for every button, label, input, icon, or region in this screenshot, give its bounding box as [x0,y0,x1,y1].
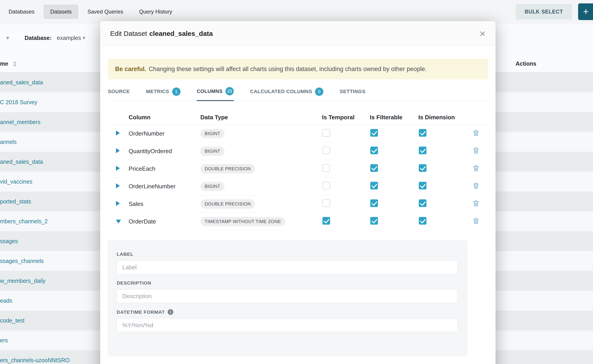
dataset-name-link[interactable]: vid_vaccines [0,178,32,185]
tab-settings-label: SETTINGS [340,89,365,95]
tab-columns[interactable]: COLUMNS 25 [197,87,234,101]
label-field-label: LABEL [117,252,468,257]
column-row: QuantityOrdered BIGINT [108,143,488,160]
tab-source[interactable]: SOURCE [108,87,130,101]
dataset-name-link[interactable]: mbers_channels_2 [0,218,48,225]
label-input[interactable] [117,260,458,274]
is-temporal-checkbox[interactable] [323,217,330,225]
tab-columns-label: COLUMNS [197,88,223,94]
is-filterable-checkbox[interactable] [370,199,378,207]
metrics-count-badge: 1 [172,87,180,96]
edit-dataset-modal: Edit Datasetcleaned_sales_data × Be care… [100,21,495,364]
column-name: QuantityOrdered [129,148,200,155]
database-filter-label: Database: [25,35,52,41]
nav-tab-datasets[interactable]: Datasets [44,5,79,19]
is-temporal-checkbox[interactable] [323,164,330,172]
tab-metrics[interactable]: METRICS 1 [146,87,180,101]
close-icon[interactable]: × [480,28,486,39]
dataset-name-link[interactable]: ers_channels-uzooNNtSRO [0,357,70,364]
is-temporal-checkbox[interactable] [323,182,330,189]
description-field: DESCRIPTION [117,280,468,303]
description-input[interactable] [117,289,458,303]
data-type-pill: TIMESTAMP WITHOUT TIME ZONE [200,217,285,226]
nav-tab-saved-queries[interactable]: Saved Queries [80,5,130,19]
is-filterable-checkbox[interactable] [370,147,378,154]
dataset-name-link[interactable]: C 2018 Survey [0,99,37,105]
expand-caret-icon[interactable] [116,148,120,153]
is-filterable-checkbox[interactable] [370,164,378,172]
dataset-name-link[interactable]: code_test [0,317,24,324]
columns-table-header: Column Data Type Is Temporal Is Filterab… [108,110,488,125]
is-temporal-checkbox[interactable] [323,129,330,137]
column-row: Sales DOUBLE PRECISION [108,195,488,213]
delete-column-icon[interactable] [473,200,479,207]
expand-caret-icon[interactable] [116,130,120,136]
delete-column-icon[interactable] [473,147,479,154]
info-icon: i [168,309,173,315]
is-dimension-checkbox[interactable] [419,164,427,172]
expand-caret-icon[interactable] [116,201,120,206]
expand-caret-icon[interactable] [116,183,120,188]
delete-column-icon[interactable] [473,130,479,136]
dataset-name-link[interactable]: annels [0,139,17,145]
tab-calculated-columns-label: CALCULATED COLUMNS [250,89,312,95]
database-dropdown-caret-icon[interactable]: ▾ [83,35,85,41]
dataset-name-link[interactable]: aned_sales_data [0,159,43,165]
expand-caret-icon[interactable] [116,220,121,223]
header-column: Column [129,114,200,121]
dataset-name-link[interactable]: ssages_channels [0,258,44,264]
tab-settings[interactable]: SETTINGS [340,87,365,101]
modal-header: Edit Datasetcleaned_sales_data × [100,21,495,46]
is-dimension-checkbox[interactable] [419,182,427,189]
bulk-select-button[interactable]: BULK SELECT [516,4,572,20]
add-dataset-button[interactable]: + [578,3,593,20]
dataset-name-link[interactable]: ported_stats [0,198,31,205]
column-row: OrderNumber BIGINT [108,125,488,143]
warning-banner: Be careful. Changing these settings will… [108,59,488,79]
expand-caret-icon[interactable] [116,166,120,171]
label-field: LABEL [117,252,468,274]
nav-tab-databases[interactable]: Databases [2,5,41,19]
is-filterable-checkbox[interactable] [370,217,378,225]
datetime-format-field-label: DATETIME FORMAT [117,309,165,315]
delete-column-icon[interactable] [473,165,479,172]
columns-count-badge: 25 [225,87,234,95]
dataset-name-link[interactable]: ers [0,337,8,344]
column-name: OrderDate [129,218,200,225]
header-data-type: Data Type [200,114,322,121]
dataset-name-link[interactable]: eads [0,298,12,304]
column-name: OrderNumber [129,130,200,137]
dataset-name-link[interactable]: aned_sales_data [0,79,43,86]
actions-column-header: Actions [516,60,536,67]
is-temporal-checkbox[interactable] [323,147,330,154]
modal-title-prefix: Edit Dataset [110,30,147,37]
tab-source-label: SOURCE [108,89,130,95]
is-filterable-checkbox[interactable] [370,129,378,137]
delete-column-icon[interactable] [473,217,479,224]
header-is-temporal: Is Temporal [322,114,370,121]
sort-icon[interactable] [13,61,17,66]
dataset-name-link[interactable]: ssages [0,238,18,244]
column-row: OrderLineNumber BIGINT [108,178,488,195]
column-name: Sales [129,201,200,208]
is-dimension-checkbox[interactable] [419,129,427,137]
datetime-format-input[interactable] [117,318,458,332]
data-type-pill: BIGINT [200,182,224,191]
dataset-name-link[interactable]: annel_members [0,119,40,125]
tab-calculated-columns[interactable]: CALCULATED COLUMNS 0 [250,87,323,101]
collapse-caret-icon[interactable]: ▾ [6,35,9,41]
tab-metrics-label: METRICS [146,89,169,95]
dataset-name-link[interactable]: w_members_daily [0,278,45,284]
database-filter-value[interactable]: examples [57,35,81,41]
data-type-pill: BIGINT [200,147,224,156]
name-column-header[interactable]: me [0,60,8,67]
top-navigation: Databases Datasets Saved Queries Query H… [0,0,593,23]
is-dimension-checkbox[interactable] [419,147,427,154]
is-filterable-checkbox[interactable] [370,182,378,189]
is-temporal-checkbox[interactable] [323,199,330,207]
datetime-format-field: DATETIME FORMAT i [117,309,468,332]
delete-column-icon[interactable] [473,182,479,189]
is-dimension-checkbox[interactable] [419,217,427,225]
is-dimension-checkbox[interactable] [419,199,427,207]
nav-tab-query-history[interactable]: Query History [132,5,179,19]
